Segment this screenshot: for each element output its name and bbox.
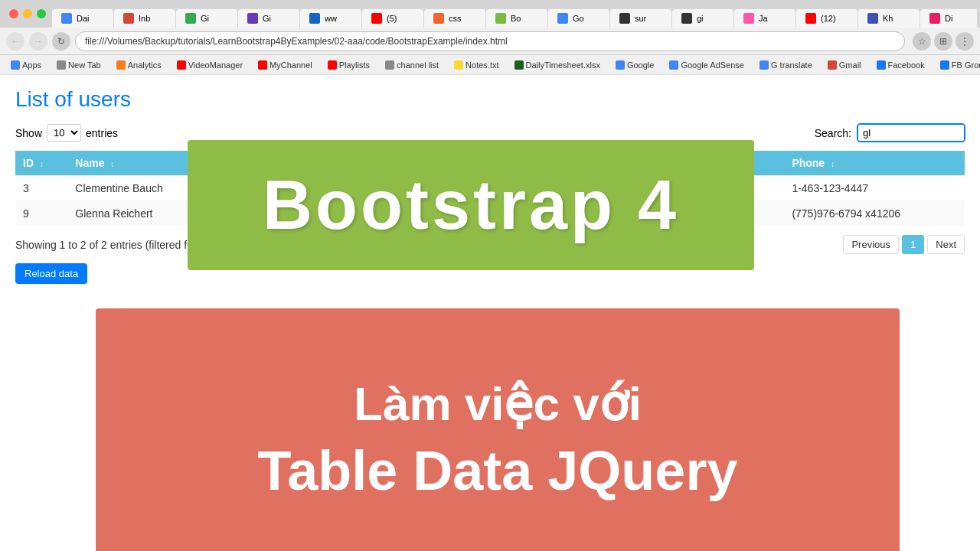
tab-di[interactable]: Di bbox=[920, 9, 977, 28]
extensions-icon[interactable]: ⊞ bbox=[934, 32, 952, 51]
bookmark-icon bbox=[116, 60, 126, 70]
tab-gi2[interactable]: Gi bbox=[238, 9, 299, 28]
tab-gi1[interactable]: Gi bbox=[176, 9, 237, 28]
bookmark-label: DailyTimesheet.xlsx bbox=[526, 60, 600, 70]
tab-label: Gi bbox=[263, 14, 271, 23]
tab-label: Bo bbox=[511, 14, 521, 23]
forward-button[interactable]: → bbox=[29, 32, 47, 51]
previous-button[interactable]: Previous bbox=[843, 235, 899, 254]
tab-favicon bbox=[867, 13, 878, 24]
tab-label: css bbox=[449, 14, 462, 23]
tab-dai[interactable]: Dai bbox=[52, 9, 113, 28]
tab-label: Kh bbox=[883, 14, 893, 23]
tab-kh[interactable]: Kh bbox=[858, 9, 920, 28]
tab-inb[interactable]: Inb bbox=[114, 9, 175, 28]
tab-go[interactable]: Go bbox=[548, 9, 609, 28]
tab-favicon bbox=[433, 13, 444, 24]
tab-sur1[interactable]: sur bbox=[610, 9, 671, 28]
sort-icon: ↕ bbox=[110, 160, 114, 168]
tab-bar: Dai Inb Gi Gi ww (5) bbox=[0, 0, 980, 28]
tab-favicon bbox=[309, 13, 320, 24]
tab-favicon bbox=[247, 13, 258, 24]
bookmark-channel-list[interactable]: channel list bbox=[381, 59, 443, 71]
refresh-button[interactable]: ↻ bbox=[52, 32, 70, 51]
next-button[interactable]: Next bbox=[927, 235, 965, 254]
tab-favicon bbox=[557, 13, 568, 24]
tab-ww[interactable]: ww bbox=[300, 9, 361, 28]
bookmark-icon bbox=[177, 60, 186, 70]
bookmark-fbgroups[interactable]: FB Groups bbox=[936, 59, 980, 71]
bookmark-apps[interactable]: Apps bbox=[6, 59, 46, 71]
tab-label: Di bbox=[945, 14, 952, 23]
bookmark-playlists[interactable]: Playlists bbox=[323, 59, 374, 71]
close-light[interactable] bbox=[9, 9, 18, 18]
bookmark-icon bbox=[258, 60, 267, 70]
show-entries: Show 10 25 50 entries bbox=[15, 124, 118, 142]
bookmark-notes[interactable]: Notes.txt bbox=[449, 59, 503, 71]
viet-line1: Làm việc với bbox=[354, 376, 642, 432]
sort-icon: ↕ bbox=[40, 160, 44, 168]
table-controls: Show 10 25 50 entries Search: bbox=[15, 124, 965, 142]
bookmark-icon bbox=[940, 60, 949, 70]
viet-overlay: Làm việc với Table Data JQuery bbox=[96, 308, 900, 551]
bookmark-videomanager[interactable]: VideoManager bbox=[172, 59, 247, 71]
bookmark-label: Google AdSense bbox=[681, 60, 744, 70]
menu-icon[interactable]: ⋮ bbox=[956, 32, 974, 51]
tab-ja1[interactable]: Ja bbox=[734, 9, 795, 28]
bookmark-translate[interactable]: G translate bbox=[755, 59, 817, 71]
bookmark-label: Gmail bbox=[839, 60, 861, 70]
bookmark-mychannel[interactable]: MyChannel bbox=[253, 59, 317, 71]
bookmark-label: MyChannel bbox=[270, 60, 312, 70]
col-phone[interactable]: Phone ↕ bbox=[784, 151, 965, 176]
browser-window: Dai Inb Gi Gi ww (5) bbox=[0, 0, 980, 551]
url-bar[interactable]: file:///Volumes/Backup/tutorials/LearnBo… bbox=[75, 31, 905, 51]
tab-label: Inb bbox=[139, 14, 150, 23]
bookmark-icon bbox=[669, 60, 678, 70]
bookmark-facebook[interactable]: Facebook bbox=[872, 59, 929, 71]
col-id[interactable]: ID ↕ bbox=[15, 151, 67, 176]
address-bar: ← → ↻ file:///Volumes/Backup/tutorials/L… bbox=[0, 28, 980, 55]
bookmark-newtab[interactable]: New Tab bbox=[52, 59, 106, 71]
bookmark-label: Facebook bbox=[888, 60, 925, 70]
tab-label: Ja bbox=[759, 14, 768, 23]
bookmark-star[interactable]: ☆ bbox=[913, 32, 931, 51]
tab-12[interactable]: (12) bbox=[796, 9, 858, 28]
tab-label: (12) bbox=[821, 14, 836, 23]
tab-css[interactable]: css bbox=[424, 9, 485, 28]
tab-label: (5) bbox=[387, 14, 397, 23]
bookmark-icon bbox=[11, 60, 20, 70]
bookmark-timesheet[interactable]: DailyTimesheet.xlsx bbox=[510, 59, 605, 71]
tab-favicon bbox=[371, 13, 382, 24]
search-label: Search: bbox=[815, 127, 851, 139]
bookmark-google[interactable]: Google bbox=[611, 59, 658, 71]
pagination: Previous 1 Next bbox=[843, 235, 965, 254]
back-button[interactable]: ← bbox=[6, 32, 24, 51]
tab-gi3[interactable]: gi bbox=[672, 9, 733, 28]
tab-yt[interactable]: (5) bbox=[362, 9, 423, 28]
reload-button[interactable]: Reload data bbox=[15, 263, 87, 284]
minimize-light[interactable] bbox=[23, 9, 32, 18]
tab-bo[interactable]: Bo bbox=[486, 9, 547, 28]
search-input[interactable] bbox=[858, 124, 965, 142]
bootstrap-overlay: Bootstrap 4 bbox=[188, 140, 754, 270]
entries-select[interactable]: 10 25 50 bbox=[47, 124, 81, 142]
bookmark-label: G translate bbox=[771, 60, 812, 70]
bookmark-icon bbox=[760, 60, 769, 70]
tab-label: gi bbox=[697, 14, 704, 23]
bookmark-analytics[interactable]: Analytics bbox=[112, 59, 166, 71]
tab-label: Go bbox=[573, 14, 584, 23]
tab-favicon bbox=[681, 13, 692, 24]
search-control: Search: bbox=[815, 124, 965, 142]
bookmark-gmail[interactable]: Gmail bbox=[823, 59, 866, 71]
bookmark-adsense[interactable]: Google AdSense bbox=[665, 59, 749, 71]
page-1-button[interactable]: 1 bbox=[902, 235, 924, 254]
bookmark-label: Playlists bbox=[339, 60, 370, 70]
bookmark-label: Analytics bbox=[128, 60, 162, 70]
bookmarks-bar: Apps New Tab Analytics VideoManager MyCh… bbox=[0, 55, 980, 75]
show-label: Show bbox=[15, 127, 42, 139]
cell-phone: (775)976-6794 x41206 bbox=[784, 201, 965, 227]
url-text: file:///Volumes/Backup/tutorials/LearnBo… bbox=[85, 36, 508, 47]
bookmark-label: Apps bbox=[22, 60, 41, 70]
maximize-light[interactable] bbox=[37, 9, 46, 18]
bookmark-label: Google bbox=[627, 60, 654, 70]
